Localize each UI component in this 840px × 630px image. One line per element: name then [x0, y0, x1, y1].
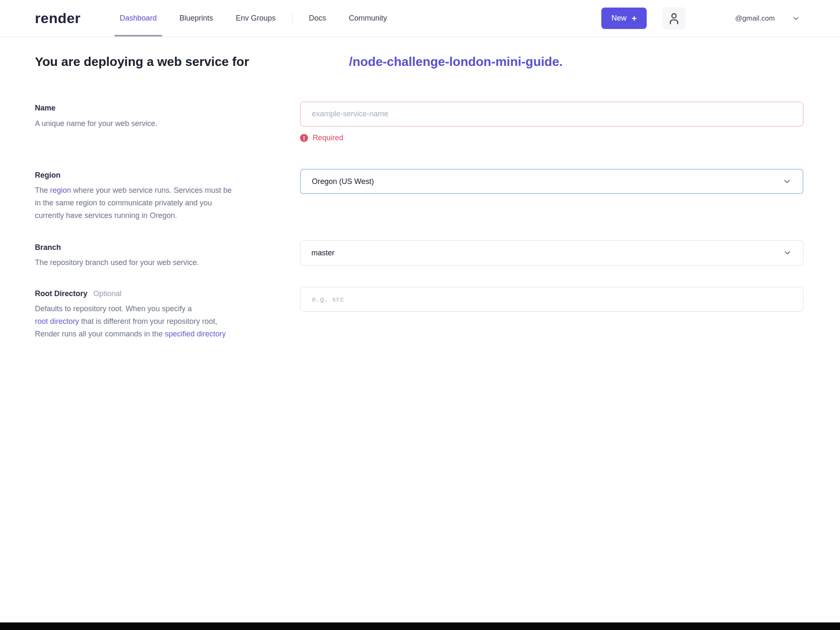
top-navigation-bar: render Dashboard Blueprints Env Groups D… — [0, 0, 840, 37]
chevron-down-icon — [783, 248, 792, 257]
region-select[interactable]: Oregon (US West) — [300, 169, 803, 194]
name-field-info: Name A unique name for your web service. — [35, 102, 291, 130]
root-directory-field-info: Root Directory Optional Defaults to repo… — [35, 287, 291, 340]
root-directory-label: Root Directory — [35, 289, 87, 298]
root-directory-description-line: root directory that is different from yo… — [35, 315, 291, 328]
page-title-prefix: You are deploying a web service for — [35, 55, 249, 69]
page-title: You are deploying a web service for /nod… — [35, 55, 815, 69]
primary-nav: Dashboard Blueprints Env Groups Docs Com… — [108, 0, 398, 37]
region-description: The region where your web service runs. … — [35, 184, 291, 222]
nav-item-docs[interactable]: Docs — [298, 0, 337, 37]
screen-edge-bar — [0, 622, 840, 630]
plus-icon: + — [632, 14, 637, 23]
region-description-line: in the same region to communicate privat… — [35, 197, 291, 209]
user-menu-button[interactable] — [663, 7, 685, 30]
root-directory-description-line: Render runs all your commands in the spe… — [35, 328, 291, 340]
header-right-group: New + @gmail.com — [601, 7, 800, 30]
user-icon — [667, 11, 681, 26]
nav-item-env-groups[interactable]: Env Groups — [224, 0, 287, 37]
root-desc-text: that is different from your repository r… — [79, 317, 217, 326]
region-field-control: Oregon (US West) — [300, 169, 803, 194]
branch-field-control: master — [300, 240, 803, 265]
error-text: Required — [313, 134, 343, 142]
region-doc-link[interactable]: region — [50, 186, 71, 194]
branch-description: The repository branch used for your web … — [35, 256, 291, 269]
name-description: A unique name for your web service. — [35, 117, 291, 130]
branch-select[interactable]: master — [300, 240, 803, 265]
nav-item-dashboard[interactable]: Dashboard — [108, 0, 168, 37]
new-button-label: New — [611, 14, 627, 23]
region-description-line: currently have services running in Orego… — [35, 209, 291, 222]
root-directory-description: Defaults to repository root. When you sp… — [35, 302, 291, 340]
account-email: @gmail.com — [735, 14, 775, 23]
nav-divider — [292, 11, 292, 26]
name-error-message: ! Required — [300, 134, 803, 142]
name-label: Name — [35, 104, 291, 113]
region-field-info: Region The region where your web service… — [35, 169, 291, 222]
nav-item-community[interactable]: Community — [337, 0, 398, 37]
root-directory-field-control — [300, 287, 803, 312]
root-directory-doc-link[interactable]: root directory — [35, 317, 79, 326]
account-dropdown[interactable]: @gmail.com — [735, 14, 800, 23]
error-icon: ! — [300, 134, 308, 142]
region-desc-text: where your web service runs. Services mu… — [71, 186, 232, 194]
branch-selected-value: master — [311, 249, 334, 257]
region-selected-value: Oregon (US West) — [312, 177, 374, 186]
service-name-input[interactable] — [300, 102, 803, 126]
root-directory-input[interactable] — [300, 287, 803, 312]
nav-item-blueprints[interactable]: Blueprints — [168, 0, 224, 37]
root-desc-text: Render runs all your commands in the — [35, 330, 165, 338]
chevron-down-icon — [782, 177, 792, 186]
specified-directory-doc-link[interactable]: specified directory — [165, 330, 226, 338]
chevron-down-icon — [792, 14, 800, 23]
root-directory-description-line: Defaults to repository root. When you sp… — [35, 302, 291, 315]
repo-name-link[interactable]: /node-challenge-london-mini-guide. — [349, 55, 563, 69]
new-button[interactable]: New + — [601, 8, 647, 29]
render-logo[interactable]: render — [35, 10, 81, 26]
branch-field-info: Branch The repository branch used for yo… — [35, 240, 291, 269]
optional-tag: Optional — [93, 289, 121, 298]
region-description-line: The region where your web service runs. … — [35, 184, 291, 197]
region-desc-text: The — [35, 186, 50, 194]
branch-label: Branch — [35, 243, 291, 252]
name-field-control: ! Required — [300, 102, 803, 142]
region-label: Region — [35, 171, 291, 180]
